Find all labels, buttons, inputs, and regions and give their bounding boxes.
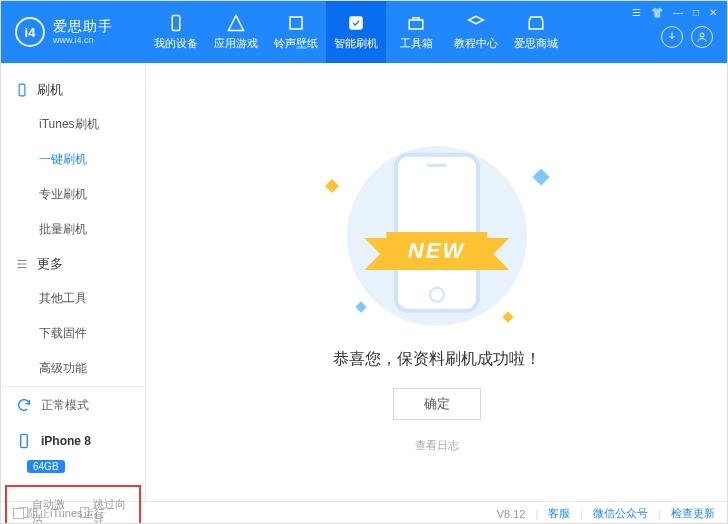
sidebar-item-download-firmware[interactable]: 下载固件: [1, 316, 145, 351]
sidebar-group-flash[interactable]: 刷机: [1, 73, 145, 107]
svg-point-4: [700, 33, 704, 37]
support-link[interactable]: 客服: [548, 506, 570, 521]
sidebar: 刷机 iTunes刷机 一键刷机 专业刷机 批量刷机 更多 其他工具 下载固件 …: [1, 63, 146, 501]
svg-rect-2: [349, 16, 363, 30]
window-controls: ☰ 👕 — □ ✕: [632, 7, 717, 18]
nav-ringtones[interactable]: 铃声壁纸: [266, 1, 326, 63]
brand-title: 爱思助手: [53, 18, 113, 35]
sidebar-group-label: 更多: [37, 255, 63, 273]
maximize-icon[interactable]: □: [693, 7, 699, 18]
skin-icon[interactable]: 👕: [651, 7, 663, 18]
device-row[interactable]: iPhone 8: [1, 423, 145, 459]
menu-icon[interactable]: ☰: [632, 7, 641, 18]
flash-icon: [347, 14, 365, 32]
close-icon[interactable]: ✕: [709, 7, 717, 18]
svg-rect-0: [172, 15, 180, 30]
sidebar-group-label: 刷机: [37, 81, 63, 99]
nav-label: 工具箱: [400, 36, 433, 51]
sidebar-group-more[interactable]: 更多: [1, 247, 145, 281]
nav-label: 应用游戏: [214, 36, 258, 51]
checkbox-icon: [13, 508, 24, 519]
device-label: iPhone 8: [41, 434, 91, 448]
app-header: i4 爱思助手 www.i4.cn 我的设备 应用游戏 铃声壁纸 智能刷机 工具…: [1, 1, 727, 63]
confirm-button[interactable]: 确定: [393, 388, 481, 420]
sidebar-item-itunes-flash[interactable]: iTunes刷机: [1, 107, 145, 142]
wechat-link[interactable]: 微信公众号: [593, 506, 648, 521]
download-button[interactable]: [661, 26, 683, 48]
version-label: V8.12: [497, 508, 526, 520]
sidebar-item-pro-flash[interactable]: 专业刷机: [1, 177, 145, 212]
nav-label: 铃声壁纸: [274, 36, 318, 51]
svg-rect-5: [19, 84, 25, 96]
mode-row[interactable]: 正常模式: [1, 387, 145, 423]
nav-flash[interactable]: 智能刷机: [326, 1, 386, 63]
svg-rect-6: [21, 434, 28, 447]
nav-store[interactable]: 爱思商城: [506, 1, 566, 63]
nav-toolbox[interactable]: 工具箱: [386, 1, 446, 63]
capacity-badge: 64GB: [27, 460, 65, 473]
wallpaper-icon: [287, 14, 305, 32]
main-content: NEW 恭喜您，保资料刷机成功啦！ 确定 查看日志: [146, 63, 727, 501]
sidebar-item-advanced[interactable]: 高级功能: [1, 351, 145, 386]
store-icon: [527, 14, 545, 32]
brand-url: www.i4.cn: [53, 35, 113, 46]
phone-outline-icon: [15, 83, 29, 97]
user-button[interactable]: [691, 26, 713, 48]
list-icon: [15, 257, 29, 271]
checkbox-label: 阻止iTunes运行: [28, 506, 105, 521]
download-icon: [666, 31, 678, 43]
svg-rect-1: [290, 17, 302, 29]
logo-icon: i4: [15, 17, 45, 47]
device-phone-icon: [16, 433, 32, 449]
apps-icon: [227, 14, 245, 32]
tutorial-icon: [467, 14, 485, 32]
view-log-link[interactable]: 查看日志: [415, 438, 459, 453]
nav-label: 我的设备: [154, 36, 198, 51]
nav-label: 教程中心: [454, 36, 498, 51]
success-illustration: NEW: [317, 141, 557, 331]
sidebar-item-onekey-flash[interactable]: 一键刷机: [1, 142, 145, 177]
logo: i4 爱思助手 www.i4.cn: [1, 1, 146, 63]
sidebar-item-other-tools[interactable]: 其他工具: [1, 281, 145, 316]
nav-my-device[interactable]: 我的设备: [146, 1, 206, 63]
nav-apps[interactable]: 应用游戏: [206, 1, 266, 63]
block-itunes-checkbox[interactable]: 阻止iTunes运行: [13, 506, 105, 521]
nav-label: 智能刷机: [334, 36, 378, 51]
toolbox-icon: [407, 14, 425, 32]
user-icon: [696, 31, 708, 43]
nav-tutorial[interactable]: 教程中心: [446, 1, 506, 63]
phone-icon: [167, 14, 185, 32]
new-ribbon: NEW: [386, 232, 487, 270]
sidebar-item-batch-flash[interactable]: 批量刷机: [1, 212, 145, 247]
success-message: 恭喜您，保资料刷机成功啦！: [333, 349, 541, 370]
mode-label: 正常模式: [41, 397, 89, 414]
check-update-link[interactable]: 检查更新: [671, 506, 715, 521]
svg-rect-3: [409, 20, 423, 29]
top-nav: 我的设备 应用游戏 铃声壁纸 智能刷机 工具箱 教程中心 爱思商城: [146, 1, 566, 63]
refresh-icon: [16, 397, 32, 413]
nav-label: 爱思商城: [514, 36, 558, 51]
minimize-icon[interactable]: —: [673, 7, 683, 18]
